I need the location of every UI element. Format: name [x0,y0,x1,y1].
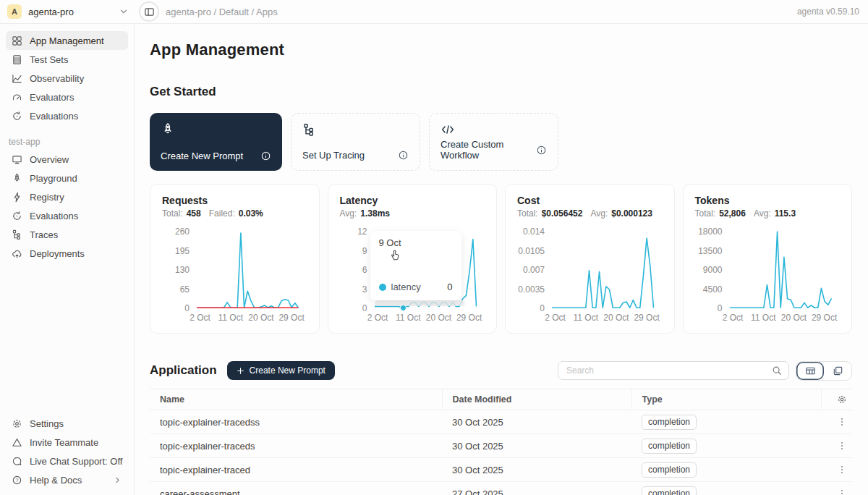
create-new-prompt-button[interactable]: Create New Prompt [227,361,335,380]
panel-toggle-icon [144,7,155,17]
application-heading: Application [150,363,217,378]
tree-branch-icon [302,123,409,137]
date-modified-cell: 30 Oct 2025 [442,434,631,458]
sidebar-item-invite-teammate[interactable]: Invite Teammate [6,433,128,452]
table-view-icon [805,365,816,376]
create-custom-workflow-card[interactable]: Create Custom Workflow [429,113,558,171]
page-title: App Management [150,41,852,59]
workspace-switcher[interactable]: A agenta-pro [7,4,129,19]
line-chart-icon [12,73,22,84]
info-icon[interactable] [398,150,409,161]
get-started-heading: Get Started [150,85,852,99]
x-axis-ticks: 2 Oct11 Oct20 Oct29 Oct [730,311,832,324]
tooltip-date: 9 Oct [379,237,453,248]
set-up-tracing-card[interactable]: Set Up Tracing [291,113,420,171]
sidebar-item-registry[interactable]: Registry [6,187,128,206]
sidebar-item-label: Playground [30,173,77,184]
refresh-circle-icon [12,111,22,122]
table-row[interactable]: career-assessment 27 Oct 2025 completion [150,482,852,495]
more-actions-icon[interactable] [831,441,852,451]
type-badge: completion [642,415,697,430]
sidebar-item-live-chat[interactable]: Live Chat Support: Off [6,452,128,470]
app-name-cell[interactable]: topic-explainer-traceds [150,434,442,458]
sidebar-item-evaluations[interactable]: Evaluations [6,106,128,125]
column-header-type[interactable]: Type [631,389,821,410]
chart-stats: Total:458 Failed:0.03% [162,208,307,219]
app-name-cell[interactable]: topic-explainer-tracedss [150,410,442,434]
sidebar-item-label: Observability [30,73,84,84]
sidebar-item-evaluators[interactable]: Evaluators [6,88,128,106]
lightning-icon [12,192,22,203]
type-cell: completion [631,410,821,434]
sidebar-item-overview[interactable]: Overview [6,150,128,169]
x-axis-ticks: 2 Oct11 Oct20 Oct29 Oct [197,311,299,324]
rocket-icon [161,122,271,137]
search-icon[interactable] [772,365,782,376]
info-icon[interactable] [536,145,547,156]
sidebar-item-playground[interactable]: Playground [6,169,128,187]
sidebar-item-help-docs[interactable]: ? Help & Docs [6,470,128,489]
info-icon[interactable] [260,151,271,161]
more-actions-icon[interactable] [831,417,852,427]
sidebar-item-label: Evaluations [30,111,78,122]
cost-plot[interactable] [552,232,654,308]
sidebar-item-deployments[interactable]: Deployments [6,244,128,263]
gear-icon [832,394,853,405]
tooltip-value: 0 [447,282,452,292]
chevron-down-icon [119,7,129,17]
sidebar-item-settings[interactable]: Settings [6,414,128,433]
more-actions-icon[interactable] [831,465,852,475]
main-content: App Management Get Started Create New Pr… [135,24,868,495]
table-view-button[interactable] [796,362,824,380]
sidebar-item-traces[interactable]: Traces [6,225,128,244]
tokens-plot[interactable] [730,232,832,308]
get-started-cards: Create New Prompt Set Up Tracing Create … [150,113,852,171]
chart-card-latency: Latency Avg:1.38ms 129630 2 Oct11 Oct20 … [328,184,498,334]
app-name-cell[interactable]: career-assessment [150,482,442,495]
sidebar-item-test-sets[interactable]: Test Sets [6,50,128,69]
column-header-name[interactable]: Name [150,389,442,410]
card-view-button[interactable] [824,362,851,380]
chart-stats: Avg:1.38ms [340,208,485,219]
type-badge: completion [642,439,697,454]
x-axis-ticks: 2 Oct11 Oct20 Oct29 Oct [552,311,654,324]
column-header-date-modified[interactable]: Date Modified [442,389,631,410]
row-actions-cell [821,458,852,482]
requests-plot[interactable] [197,232,299,308]
breadcrumb[interactable]: agenta-pro / Default / Apps [166,7,278,17]
plus-icon [237,367,244,375]
refresh-circle-icon [12,211,22,221]
create-button-label: Create New Prompt [250,365,326,376]
sidebar-item-app-management[interactable]: App Management [6,31,128,50]
chart-title: Cost [517,195,663,208]
table-row[interactable]: topic-explainer-traced 30 Oct 2025 compl… [150,458,852,482]
card-label: Create New Prompt [161,151,243,161]
sidebar-item-label: Evaluators [30,92,74,103]
more-actions-icon[interactable] [831,488,852,495]
type-cell: completion [631,482,821,495]
sidebar-item-label: Live Chat Support: Off [30,456,122,467]
table-row[interactable]: topic-explainer-tracedss 30 Oct 2025 com… [150,410,852,434]
question-circle-icon: ? [12,475,22,486]
date-modified-cell: 30 Oct 2025 [442,458,631,482]
sidebar-item-observability[interactable]: Observability [6,69,128,88]
series-dot-icon [379,284,386,291]
sidebar-item-evaluations-app[interactable]: Evaluations [6,206,128,225]
y-axis-ticks: 1800013500900045000 [695,232,730,308]
code-icon [441,123,547,136]
search-box [558,361,789,380]
type-cell: completion [631,434,821,458]
y-axis-ticks: 129630 [340,232,375,308]
column-header-settings[interactable] [821,389,852,410]
table-row[interactable]: topic-explainer-traceds 30 Oct 2025 comp… [150,434,852,458]
search-input[interactable] [565,365,772,376]
card-view-icon [833,365,843,376]
sidebar-collapse-button[interactable] [139,1,159,22]
create-new-prompt-card[interactable]: Create New Prompt [150,113,282,171]
sidebar-item-label: Evaluations [30,211,78,221]
sidebar-footer: Settings Invite Teammate Live Chat Suppo… [6,414,128,489]
sidebar-item-label: Test Sets [30,54,68,65]
app-name-cell[interactable]: topic-explainer-traced [150,458,442,482]
sidebar-item-label: Invite Teammate [30,437,98,448]
grid-icon [12,35,22,46]
